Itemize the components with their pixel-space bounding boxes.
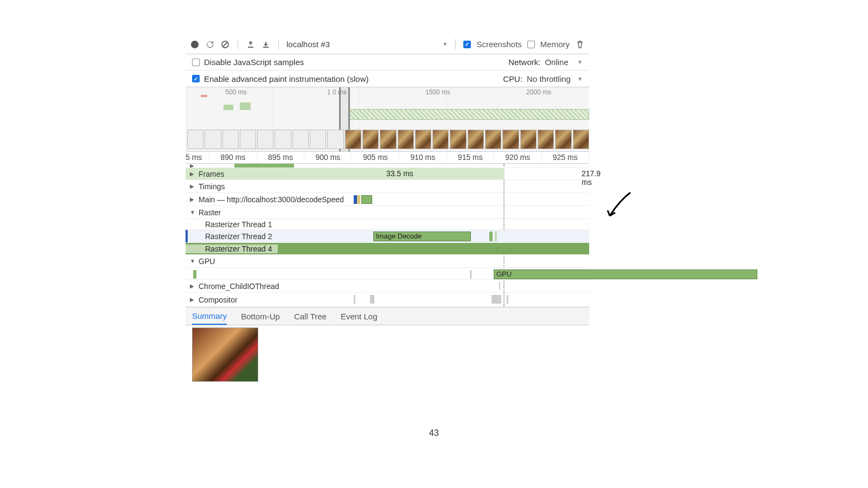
chevron-down-icon: ▼ [577,59,583,65]
timeline-overview[interactable]: 500 ms 1 0 ms 1500 ms 2000 ms [186,87,589,152]
filmstrip-thumb[interactable] [502,130,519,149]
filmstrip-thumb[interactable] [380,130,396,149]
enable-paint-instr-checkbox[interactable]: ✓ [192,75,200,82]
disable-js-samples-checkbox[interactable] [192,59,200,66]
filmstrip-thumb[interactable] [275,130,291,149]
filmstrip-thumb[interactable] [450,130,466,149]
disclosure-triangle-icon[interactable]: ▶ [190,164,196,168]
track-label-timings: Timings [199,182,225,191]
recording-target-select[interactable]: localhost #3 ▼ [286,40,448,49]
filmstrip-thumb[interactable] [240,130,256,149]
tab-event-log[interactable]: Event Log [341,312,378,321]
gpu-segment[interactable] [193,270,196,279]
disclosure-triangle-icon[interactable]: ▶ [190,297,196,303]
ruler-tick: 900 ms [304,152,352,163]
slide-page-number: 43 [0,428,868,438]
filmstrip-thumb[interactable] [310,130,326,149]
disclosure-triangle-icon[interactable]: ▼ [190,258,196,264]
load-profile-button[interactable] [246,40,256,49]
filmstrip-thumb[interactable] [555,130,571,149]
filmstrip-thumb[interactable] [257,130,273,149]
record-button[interactable] [190,40,200,49]
track-label-child-io: Chrome_ChildIOThread [199,282,279,291]
compositor-segment[interactable] [370,295,374,304]
filmstrip-thumb[interactable] [292,130,309,149]
track-row-raster-t4[interactable]: Rasterizer Thread 4 [186,243,589,255]
overview-tick: 1 0 ms [286,88,387,96]
filmstrip-thumb[interactable] [538,130,554,149]
track-row-raster-t1[interactable]: Rasterizer Thread 1 [186,219,589,230]
compositor-segment[interactable] [354,295,355,304]
track-row-gpu[interactable]: ▼ GPU [186,255,589,268]
disclosure-triangle-icon[interactable]: ▼ [190,209,196,215]
disclosure-triangle-icon[interactable]: ▶ [190,171,196,177]
annotation-arrow [603,190,636,224]
overview-tick: 1500 ms [387,88,488,96]
track-row-gpu-body[interactable]: GPU [186,268,589,280]
track-row-raster-t2[interactable]: Rasterizer Thread 2 Image Decode [186,230,589,243]
track-row-raster[interactable]: ▼ Raster [186,206,589,219]
track-row-compositor[interactable]: ▶ Compositor [186,293,589,307]
ruler-tick: 925 ms [542,152,589,163]
filmstrip-thumb[interactable] [398,130,414,149]
filmstrip-thumb[interactable] [187,130,203,149]
filmstrip-thumb[interactable] [520,130,537,149]
ruler-tick: 920 ms [494,152,541,163]
flame-chart-tracks[interactable]: ▶ ▶ Frames 33.5 ms 217.9 ms ▶ Timings [186,164,589,307]
disclosure-triangle-icon[interactable]: ▶ [190,196,196,202]
garbage-collect-button[interactable] [575,40,585,49]
filmstrip-thumb[interactable] [222,130,239,149]
network-throttle-select[interactable]: Online ▼ [545,57,583,67]
disclosure-triangle-icon[interactable]: ▶ [190,283,196,289]
compositor-segment[interactable] [507,295,508,304]
track-row-frames[interactable]: ▶ Frames 33.5 ms 217.9 ms [186,168,589,180]
gpu-segment[interactable] [470,270,471,279]
summary-preview-image [192,328,258,382]
track-row-child-io[interactable]: ▶ Chrome_ChildIOThread [186,280,589,293]
reload-button[interactable] [205,40,215,49]
filmstrip-thumb[interactable] [205,130,221,149]
ruler-tick: 915 ms [447,152,494,163]
filmstrip-thumb[interactable] [468,130,484,149]
gpu-large-segment[interactable]: GPU [494,269,757,279]
filmstrip-thumb[interactable] [432,130,449,149]
main-event-segment[interactable] [361,195,372,204]
filmstrip-thumb[interactable] [345,130,361,149]
image-decode-segment[interactable]: Image Decode [373,232,471,241]
track-row-main[interactable]: ▶ Main — http://localhost:3000/decodeSpe… [186,193,589,206]
chevron-down-icon: ▼ [577,76,583,82]
save-profile-button[interactable] [261,40,271,49]
cpu-throttle-value: No throttling [527,74,571,84]
tab-bottom-up[interactable]: Bottom-Up [241,312,280,321]
tab-summary[interactable]: Summary [192,307,227,325]
memory-label: Memory [540,40,570,49]
raster-segment[interactable] [495,232,497,241]
image-decode-label: Image Decode [376,232,422,240]
selected-track-indicator [186,230,188,242]
screenshots-checkbox[interactable]: ✓ [463,41,471,48]
network-label: Network: [508,57,540,67]
toolbar-divider [455,39,456,50]
detail-time-ruler[interactable]: 5 ms 890 ms 895 ms 900 ms 905 ms 910 ms … [186,152,589,164]
filmstrip-thumb[interactable] [573,130,589,149]
disclosure-triangle-icon[interactable]: ▶ [190,183,196,189]
filmstrip-thumb[interactable] [485,130,501,149]
filmstrip-thumb[interactable] [415,130,431,149]
track-label-raster: Raster [199,208,221,217]
cpu-throttle-select[interactable]: No throttling ▼ [527,74,583,84]
svg-line-1 [223,42,227,47]
main-event-segment[interactable] [357,195,360,204]
clear-button[interactable] [220,40,230,49]
filmstrip-thumb[interactable] [362,130,379,149]
raster-segment[interactable] [489,232,493,241]
io-segment[interactable] [499,282,500,290]
filmstrip-thumb[interactable] [327,130,343,149]
track-row-network-clipped: ▶ [186,164,589,168]
settings-row-1: Disable JavaScript samples Network: Onli… [186,54,589,70]
gpu-segment-label: GPU [496,270,512,278]
track-row-timings[interactable]: ▶ Timings [186,180,589,193]
compositor-segment[interactable] [492,295,501,304]
memory-checkbox[interactable] [527,41,535,48]
tab-call-tree[interactable]: Call Tree [294,312,327,321]
enable-paint-instr-label: Enable advanced paint instrumentation (s… [204,74,369,84]
